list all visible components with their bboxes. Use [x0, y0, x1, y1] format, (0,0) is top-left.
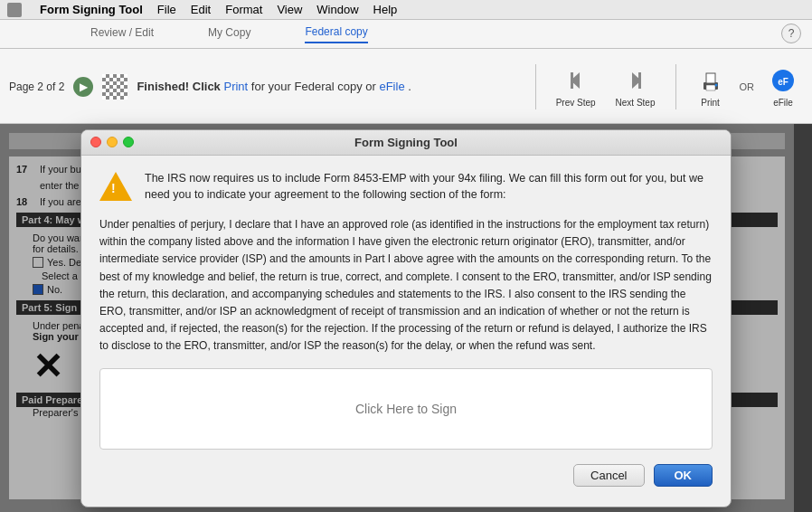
modal-main-text: Under penalties of perjury, I declare th…: [99, 216, 713, 356]
menu-format[interactable]: Format: [225, 3, 262, 16]
prev-arrow-icon: [562, 66, 590, 95]
svg-text:eF: eF: [778, 77, 788, 87]
menubar: Form Signing Tool File Edit Format View …: [0, 0, 812, 20]
prev-step-button[interactable]: Prev Step: [551, 62, 601, 111]
form-area: 941 Form 17 If your business has closed …: [0, 124, 812, 512]
modal-footer: Cancel OK: [99, 464, 713, 492]
efile-link[interactable]: eFile: [379, 80, 404, 93]
help-button[interactable]: ?: [781, 24, 801, 43]
modal-warning-row: The IRS now requires us to include Form …: [99, 170, 713, 204]
warning-icon: [99, 170, 132, 203]
menu-window[interactable]: Window: [316, 3, 358, 16]
maximize-traffic-light[interactable]: [123, 137, 134, 147]
traffic-lights: [90, 137, 134, 147]
efile-icon: eF: [769, 66, 798, 95]
modal-title: Form Signing Tool: [354, 136, 458, 149]
finished-mid: for your Federal copy or: [251, 80, 380, 93]
tab-my-copy[interactable]: My Copy: [208, 26, 250, 43]
prev-step-label: Prev Step: [556, 98, 596, 108]
page-info: Page 2 of 2: [9, 81, 64, 93]
svg-rect-1: [571, 72, 573, 89]
sign-box-label: Click Here to Sign: [355, 402, 457, 416]
efile-label: eFile: [773, 98, 793, 108]
finished-message: Finished! Click Print for your Federal c…: [137, 80, 520, 93]
svg-rect-5: [706, 73, 715, 83]
print-icon: [696, 66, 725, 95]
ok-button[interactable]: OK: [654, 464, 713, 487]
modal-titlebar: Form Signing Tool: [81, 130, 731, 156]
modal-body: The IRS now requires us to include Form …: [81, 156, 731, 507]
next-step-button[interactable]: Next Step: [610, 62, 661, 111]
print-label: Print: [701, 98, 720, 108]
cancel-button[interactable]: Cancel: [573, 464, 644, 487]
next-arrow-icon: [621, 66, 650, 95]
tabs-row: Review / Edit My Copy Federal copy ?: [0, 20, 812, 49]
app-icon: [7, 3, 22, 17]
menu-edit[interactable]: Edit: [191, 3, 211, 16]
efile-button[interactable]: eF eFile: [763, 62, 803, 111]
tab-review-edit[interactable]: Review / Edit: [90, 26, 154, 43]
divider-2: [675, 64, 676, 109]
or-label: OR: [740, 81, 755, 92]
print-button[interactable]: Print: [691, 62, 731, 111]
checkerboard-icon: [102, 74, 127, 100]
finished-end: .: [408, 80, 411, 93]
toolbar-content: Page 2 of 2 ▶ Finished! Click Print for …: [0, 49, 812, 124]
menu-view[interactable]: View: [277, 3, 302, 16]
sign-here-box[interactable]: Click Here to Sign: [99, 368, 713, 450]
menu-help[interactable]: Help: [373, 3, 398, 16]
tab-federal-copy[interactable]: Federal copy: [305, 25, 367, 43]
modal-warning-text: The IRS now requires us to include Form …: [145, 170, 713, 204]
modal-dialog: Form Signing Tool The IRS now requires u…: [80, 129, 732, 507]
next-step-label: Next Step: [616, 98, 656, 108]
close-traffic-light[interactable]: [90, 137, 101, 147]
svg-point-7: [714, 83, 717, 86]
minimize-traffic-light[interactable]: [107, 137, 118, 147]
toolbar: Review / Edit My Copy Federal copy ? Pag…: [0, 20, 812, 124]
svg-rect-3: [638, 72, 641, 89]
print-link[interactable]: Print: [223, 80, 248, 93]
warning-triangle: [99, 172, 132, 201]
menu-file[interactable]: File: [157, 3, 176, 16]
app-name: Form Signing Tool: [40, 3, 143, 16]
divider-1: [535, 64, 536, 109]
modal-overlay: Form Signing Tool The IRS now requires u…: [0, 124, 812, 512]
finished-label: Finished! Click: [137, 80, 223, 93]
svg-rect-6: [706, 85, 715, 90]
nav-forward-arrow[interactable]: ▶: [73, 77, 93, 97]
